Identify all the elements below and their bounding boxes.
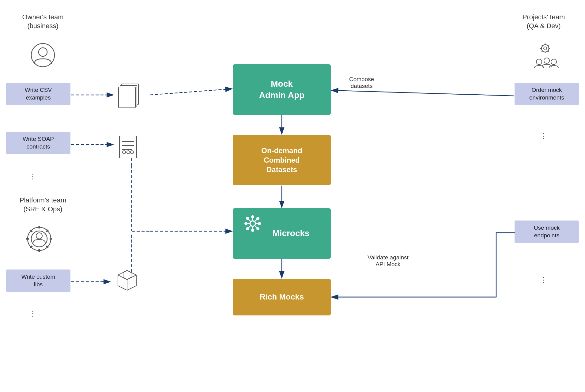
rich-mocks-box: Rich Mocks — [233, 279, 331, 315]
svg-rect-17 — [122, 84, 138, 105]
svg-line-52 — [30, 230, 32, 232]
svg-line-55 — [30, 246, 32, 248]
svg-point-26 — [130, 151, 134, 154]
projects-team-label: Projects' team(QA & Dev) — [508, 13, 579, 30]
svg-point-44 — [544, 58, 549, 63]
platform-dots-1: ⋮ — [29, 309, 37, 318]
owners-team-label: Owner's team(business) — [9, 13, 77, 30]
svg-line-39 — [542, 45, 543, 46]
write-soap-box: Write SOAPcontracts — [6, 132, 70, 154]
svg-point-31 — [31, 43, 55, 67]
order-mock-box: Order mockenvironments — [515, 83, 579, 105]
platform-team-label: Platform's team(SRE & Ops) — [6, 196, 80, 213]
validate-label: Validate againstAPI Mock — [368, 254, 409, 268]
svg-point-56 — [36, 233, 42, 239]
svg-point-25 — [127, 151, 130, 154]
svg-line-41 — [548, 45, 549, 46]
svg-point-45 — [551, 59, 557, 65]
write-csv-box: Write CSVexamples — [6, 83, 70, 105]
svg-point-46 — [28, 227, 51, 251]
svg-marker-29 — [118, 270, 136, 290]
svg-point-33 — [542, 45, 549, 52]
svg-line-40 — [548, 51, 549, 52]
svg-line-3 — [150, 89, 232, 95]
projects-dots-2: ⋮ — [540, 276, 548, 284]
microcks-box: Microcks — [233, 208, 331, 259]
svg-point-32 — [39, 48, 47, 56]
owner-dots-1: ⋮ — [29, 172, 37, 181]
svg-rect-20 — [119, 136, 137, 158]
svg-line-14 — [331, 90, 514, 96]
combined-datasets-box: On-demandCombinedDatasets — [233, 135, 331, 185]
svg-point-47 — [31, 231, 47, 247]
diagram-svg — [0, 0, 585, 392]
projects-dots-1: ⋮ — [540, 132, 548, 140]
svg-point-24 — [123, 151, 126, 154]
svg-point-34 — [544, 47, 547, 50]
mock-admin-box: MockAdmin App — [233, 64, 331, 115]
use-mock-box: Use mockendpoints — [515, 221, 579, 243]
svg-point-43 — [536, 59, 542, 65]
svg-rect-19 — [119, 87, 135, 108]
write-custom-box: Write customlibs — [6, 270, 70, 292]
svg-line-53 — [46, 246, 48, 248]
svg-line-42 — [542, 51, 543, 52]
compose-datasets-label: Composedatasets — [349, 76, 374, 89]
svg-rect-18 — [120, 85, 137, 106]
svg-line-54 — [46, 230, 48, 232]
diagram-container: Owner's team(business) Projects' team(QA… — [0, 0, 585, 392]
